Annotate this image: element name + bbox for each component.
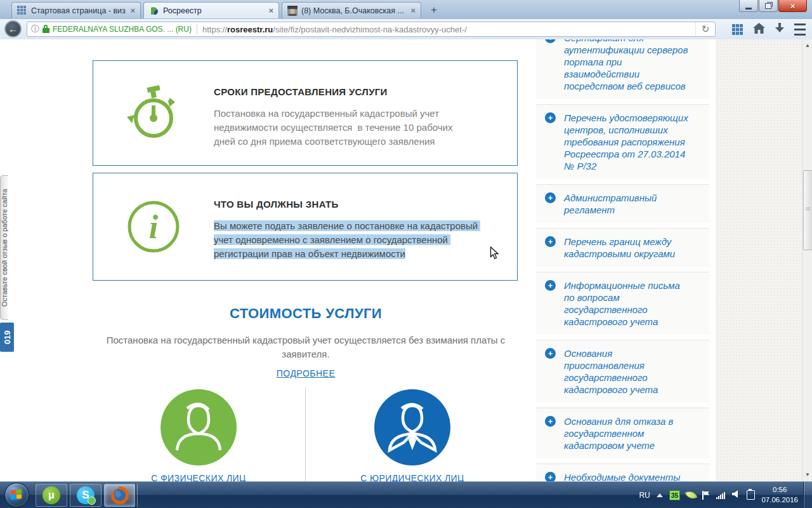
rosreestr-logo-icon xyxy=(149,6,159,16)
hidden-icons-arrow[interactable] xyxy=(657,493,663,497)
sidebar-link[interactable]: +Административный регламент xyxy=(536,184,709,223)
sidebar-link-label: Основания приостановления государственно… xyxy=(564,348,658,395)
minimize-icon xyxy=(745,8,752,10)
sidebar-link-label: Административный регламент xyxy=(564,192,657,215)
card-title: ЧТО ВЫ ДОЛЖНЫ ЗНАТЬ xyxy=(214,199,487,210)
scrollbar-thumb[interactable] xyxy=(803,170,812,250)
taskbar: µ S RU 35 0:56 xyxy=(0,481,812,508)
should-know-card: i ЧТО ВЫ ДОЛЖНЫ ЗНАТЬ Вы можете подать з… xyxy=(93,173,518,281)
sidebar-link[interactable]: +Перечень удостоверяющих центров, исполн… xyxy=(536,104,709,179)
back-button[interactable]: ← xyxy=(4,20,22,37)
close-icon: × xyxy=(790,1,796,11)
taskbar-firefox-button[interactable] xyxy=(104,484,136,507)
plus-circle-icon: + xyxy=(545,112,556,123)
menu-icon[interactable] xyxy=(794,23,806,36)
close-button[interactable]: × xyxy=(778,0,807,12)
sidebar-link[interactable]: +Перечень границ между кадастровыми окру… xyxy=(536,228,709,267)
selected-text: Вы можете подать заявление о постановке … xyxy=(214,220,480,259)
action-center-flag-icon[interactable] xyxy=(702,491,710,500)
sidebar-link[interactable]: +Основания приостановления государственн… xyxy=(536,340,709,403)
avatar-icon xyxy=(287,6,298,16)
clock[interactable]: 0:56 07.06.2016 xyxy=(761,485,798,505)
plus-circle-icon: + xyxy=(545,39,556,43)
restore-icon xyxy=(765,3,771,9)
clipboard-tray-icon[interactable] xyxy=(747,490,755,500)
minimize-button[interactable] xyxy=(739,0,758,12)
tab-title: Росреестр xyxy=(163,6,265,15)
navigation-bar: ← ⓘ FEDERALNAYA SLUZHBA GOS. ... (RU) ht… xyxy=(0,19,812,40)
tab-close-icon[interactable]: × xyxy=(410,6,416,15)
network-signal-icon[interactable] xyxy=(716,491,725,499)
scroll-down-arrow[interactable]: ▼ xyxy=(802,470,812,480)
tab-close-icon[interactable]: × xyxy=(130,6,135,15)
show-desktop-button[interactable] xyxy=(803,482,812,508)
stopwatch-icon xyxy=(93,61,214,165)
individuals-icon xyxy=(160,389,237,465)
sidebar-link-label: Основания для отказа в государственном к… xyxy=(564,416,673,451)
sidebar-link[interactable]: +Необходимые документы xyxy=(536,464,709,481)
reload-icon: ↻ xyxy=(702,23,710,35)
taskbar-skype-button[interactable]: S xyxy=(70,484,102,507)
card-content: ЧТО ВЫ ДОЛЖНЫ ЗНАТЬ Вы можете подать зая… xyxy=(214,173,487,280)
card-title: СРОКИ ПРЕДОСТАВЛЕНИЯ УСЛУГИ xyxy=(214,86,468,97)
cost-section-title: СТОИМОСТЬ УСЛУГИ xyxy=(93,305,519,322)
sidebar-link[interactable]: +Сертификат для аутентификации серверов … xyxy=(536,39,709,99)
cost-section-text: Постановка на государственный кадастровы… xyxy=(99,333,513,361)
start-button[interactable] xyxy=(4,483,29,507)
info-icon[interactable]: ⓘ xyxy=(31,23,39,35)
feedback-widget: Оставьте свой отзыв о работе сайта 019 xyxy=(0,175,15,352)
tab-rosreestr[interactable]: Росреестр × xyxy=(143,2,279,18)
reload-button[interactable]: ↻ xyxy=(695,22,715,36)
plus-circle-icon: + xyxy=(545,192,556,203)
feedback-badge[interactable]: 019 xyxy=(0,323,14,352)
service-terms-card: СРОКИ ПРЕДОСТАВЛЕНИЯ УСЛУГИ Постановка н… xyxy=(93,60,518,166)
more-link-wrap: ПОДРОБНЕЕ xyxy=(93,368,519,378)
sidebar-link-label: Сертификат для аутентификации серверов п… xyxy=(564,39,688,91)
address-bar[interactable]: ⓘ FEDERALNAYA SLUZHBA GOS. ... (RU) http… xyxy=(27,22,716,37)
sidebar-link[interactable]: +Информационные письма по вопросам госуд… xyxy=(536,272,709,335)
tab-close-icon[interactable]: × xyxy=(268,6,273,15)
plus-circle-icon: + xyxy=(545,472,556,481)
tiles-icon[interactable] xyxy=(732,24,743,35)
new-tab-button[interactable]: + xyxy=(426,4,442,17)
temperature-badge[interactable]: 35 xyxy=(669,490,681,500)
page-content: Оставьте свой отзыв о работе сайта 019 xyxy=(0,39,812,481)
download-icon[interactable] xyxy=(775,23,784,36)
identity-separator xyxy=(197,24,197,34)
tab-title: (8) Москва, Б.Очаковская ... xyxy=(301,6,407,15)
taskbar-utorrent-button[interactable]: µ xyxy=(36,484,67,507)
language-indicator[interactable]: RU xyxy=(639,491,650,500)
time: 0:56 xyxy=(761,485,798,495)
site-identity[interactable]: FEDERALNAYA SLUZHBA GOS. ... (RU) xyxy=(53,25,192,34)
desktop: Стартовая страница - виз... × Росреестр … xyxy=(0,0,812,508)
more-link[interactable]: ПОДРОБНЕЕ xyxy=(277,368,336,378)
leaf-tray-icon[interactable] xyxy=(685,489,698,502)
sidebar-list: +Сертификат для аутентификации серверов … xyxy=(536,39,709,481)
tab-start-page[interactable]: Стартовая страница - виз... × xyxy=(11,2,141,18)
card-text: Постановка на государственный кадастровы… xyxy=(214,107,468,148)
firefox-icon xyxy=(111,486,129,504)
windows-logo-icon xyxy=(11,489,22,500)
skype-icon: S xyxy=(77,486,95,504)
plus-circle-icon: + xyxy=(545,280,556,291)
sidebar-link-label: Перечень границ между кадастровыми округ… xyxy=(564,236,675,259)
tab-moscow[interactable]: (8) Москва, Б.Очаковская ... × xyxy=(282,2,421,18)
scroll-up-arrow[interactable]: ▲ xyxy=(802,41,812,51)
sidebar-link-label: Информационные письма по вопросам госуда… xyxy=(564,280,680,327)
sidebar-link[interactable]: +Основания для отказа в государственном … xyxy=(536,408,709,458)
vertical-scrollbar[interactable]: ▲ ▼ xyxy=(802,39,812,481)
page-background-texture xyxy=(716,39,802,481)
volume-icon[interactable] xyxy=(731,490,740,501)
legal-entities-label[interactable]: С ЮРИДИЧЕСКИХ ЛИЦ xyxy=(324,473,501,481)
card-content: СРОКИ ПРЕДОСТАВЛЕНИЯ УСЛУГИ Постановка н… xyxy=(214,61,468,165)
browser-titlebar: Стартовая страница - виз... × Росреестр … xyxy=(0,0,812,20)
individuals-label[interactable]: С ФИЗИЧЕСКИХ ЛИЦ xyxy=(110,473,287,481)
mouse-cursor xyxy=(490,246,500,263)
legal-entities-icon xyxy=(374,389,450,465)
url-text[interactable]: https://rosreestr.ru/site/fiz/postavit-n… xyxy=(202,25,695,34)
lock-icon[interactable] xyxy=(43,28,49,33)
restore-button[interactable] xyxy=(759,0,778,12)
feedback-tab[interactable]: Оставьте свой отзыв о работе сайта xyxy=(0,175,8,320)
sidebar-link-label: Необходимые документы xyxy=(564,472,680,481)
home-icon[interactable] xyxy=(753,23,765,36)
